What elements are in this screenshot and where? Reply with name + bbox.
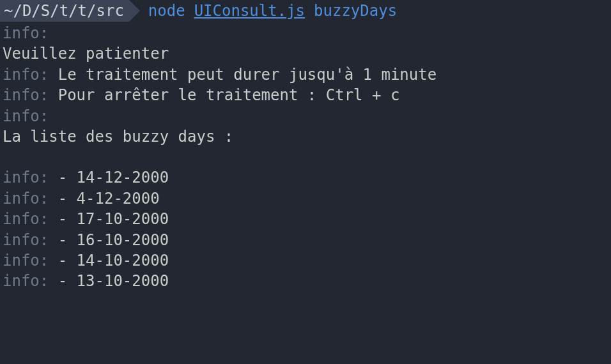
- wait-message: Veuillez patienter: [3, 45, 169, 63]
- output-text: [49, 66, 58, 84]
- prompt-path-text: ~/D/S/t/t/src: [4, 1, 124, 21]
- date-line: info: - 14-12-2000: [0, 167, 611, 188]
- date-line: info: - 14-10-2000: [0, 250, 611, 271]
- prompt-command-area[interactable]: node UIConsult.js buzzyDays: [129, 0, 397, 22]
- colon: :: [40, 272, 49, 290]
- command-file: UIConsult.js: [194, 1, 305, 21]
- dash: -: [49, 169, 76, 186]
- info-label: info: [3, 272, 40, 290]
- output-line: Veuillez patienter: [0, 43, 611, 64]
- command-arg: buzzyDays: [314, 1, 397, 21]
- date-value: 14-12-2000: [77, 169, 169, 186]
- colon: :: [40, 169, 49, 186]
- dash: -: [49, 231, 76, 249]
- date-line: info: - 4-12-2000: [0, 188, 611, 209]
- dash: -: [49, 252, 76, 269]
- date-value: 14-10-2000: [77, 252, 169, 269]
- dash: -: [49, 190, 76, 208]
- date-value: 4-12-2000: [77, 190, 160, 208]
- prompt-path-segment: ~/D/S/t/t/src: [0, 0, 129, 22]
- colon: :: [40, 252, 49, 269]
- colon: :: [40, 66, 49, 84]
- duration-message: Le traitement peut durer jusqu'à 1 minut…: [58, 66, 437, 84]
- colon: :: [40, 86, 49, 104]
- colon: :: [40, 231, 49, 249]
- output-line: info: Le traitement peut durer jusqu'à 1…: [0, 64, 611, 85]
- colon: :: [40, 107, 49, 125]
- stop-message: Pour arrêter le traitement : Ctrl + c: [58, 86, 400, 104]
- info-label: info: [3, 107, 40, 125]
- terminal: ~/D/S/t/t/src node UIConsult.js buzzyDay…: [0, 0, 611, 292]
- date-value: 13-10-2000: [77, 272, 169, 290]
- info-label: info: [3, 86, 40, 104]
- date-line: info: - 16-10-2000: [0, 230, 611, 250]
- info-label: info: [3, 190, 40, 208]
- info-label: info: [3, 231, 40, 249]
- info-label: info: [3, 210, 40, 228]
- date-line: info: - 13-10-2000: [0, 271, 611, 291]
- output-text: [49, 86, 58, 104]
- colon: :: [40, 190, 49, 208]
- prompt-line[interactable]: ~/D/S/t/t/src node UIConsult.js buzzyDay…: [0, 0, 611, 22]
- output-line: La liste des buzzy days :: [0, 126, 611, 147]
- output-line: info: Pour arrêter le traitement : Ctrl …: [0, 85, 611, 105]
- blank-line: [0, 147, 611, 167]
- output-line: info:: [0, 23, 611, 43]
- info-label: info: [3, 252, 40, 269]
- dash: -: [49, 210, 76, 228]
- output-line: info:: [0, 106, 611, 126]
- info-label: info: [3, 24, 40, 42]
- command-executable: node: [148, 1, 185, 21]
- date-value: 16-10-2000: [77, 231, 169, 249]
- colon: :: [40, 24, 49, 42]
- list-header: La liste des buzzy days :: [3, 128, 233, 146]
- dash: -: [49, 272, 76, 290]
- info-label: info: [3, 66, 40, 84]
- date-line: info: - 17-10-2000: [0, 209, 611, 229]
- colon: :: [40, 210, 49, 228]
- date-value: 17-10-2000: [77, 210, 169, 228]
- info-label: info: [3, 169, 40, 186]
